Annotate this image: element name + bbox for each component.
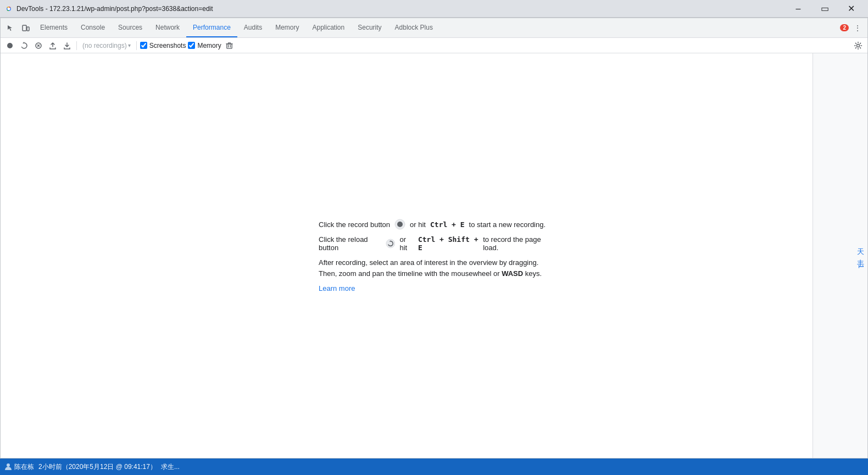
svg-marker-5 [23,42,24,43]
svg-rect-3 [27,27,29,31]
download-button[interactable] [61,40,73,52]
chevron-down-icon: ▾ [128,42,131,48]
memory-label: Memory [197,42,221,49]
tab-adblock[interactable]: Adblock Plus [388,18,439,37]
record-instruction-or: or hit [410,220,426,229]
desc-line2: Then, zoom and pan the timeline with the… [319,269,500,278]
toolbar-divider-1 [76,41,77,50]
maximize-button[interactable]: ▭ [812,0,837,18]
svg-rect-9 [227,44,232,48]
settings-button[interactable] [852,40,864,52]
reload-shortcut: Ctrl + Shift + E [418,235,478,252]
gear-icon [854,41,863,50]
desc-keys: keys. [525,269,542,278]
download-icon [63,42,71,49]
tab-items: Elements Console Sources Network Perform… [34,18,840,37]
stop-icon [35,42,42,49]
more-tabs-button[interactable]: ⋮ [850,20,865,36]
window-title: DevTools - 172.23.1.21/wp-admin/post.php… [16,5,786,13]
tab-console[interactable]: Console [74,18,112,37]
description-text: After recording, select an area of inter… [319,257,549,279]
recordings-dropdown[interactable]: (no recordings) ▾ [80,41,133,51]
instructions-panel: Click the record button or hit Ctrl + E … [319,219,549,292]
tab-audits[interactable]: Audits [237,18,269,37]
stop-button[interactable] [32,40,44,52]
record-instruction-suffix: to start a new recording. [469,220,546,229]
screenshots-checkbox[interactable] [140,42,147,49]
svg-rect-2 [23,25,26,31]
svg-point-4 [7,43,13,48]
tab-network[interactable]: Network [149,18,186,37]
reload-instruction-prefix: Click the reload button [319,235,381,252]
tab-performance[interactable]: Performance [186,18,237,37]
reload-instruction: Click the reload button or hit Ctrl + Sh… [319,235,549,252]
toolbar-divider-2 [136,41,137,50]
select-element-button[interactable] [3,20,18,36]
taskbar-user: 陈在栋 [14,462,34,472]
screenshots-checkbox-label[interactable]: Screenshots [140,42,186,49]
svg-point-17 [7,463,10,467]
trash-icon [226,42,233,49]
tab-sources[interactable]: Sources [112,18,149,37]
upload-icon [49,42,57,49]
taskbar-item-3: 求生... [161,462,180,472]
learn-more-link[interactable]: Learn more [319,284,549,292]
record-instruction: Click the record button or hit Ctrl + E … [319,219,549,230]
desc-line1: After recording, select an area of inter… [319,258,538,267]
tab-security[interactable]: Security [351,18,388,37]
screenshots-label: Screenshots [149,42,186,49]
window-controls: – ▭ ✕ [786,0,864,18]
svg-point-14 [397,222,403,227]
right-panel: 天 丰 1 [813,53,867,458]
reload-button-icon [386,238,396,249]
reload-instruction-or: or hit [399,235,413,252]
minimize-button[interactable]: – [786,0,811,18]
tab-memory[interactable]: Memory [269,18,305,37]
window-chrome: DevTools - 172.23.1.21/wp-admin/post.php… [0,0,868,18]
clear-button[interactable] [224,40,236,52]
reload-record-icon [20,42,28,49]
desc-wasd: WASD [502,269,523,278]
error-badge: 2 [840,24,849,31]
device-toggle-button[interactable] [18,20,34,36]
tab-end: 2 ⋮ [840,20,865,36]
svg-point-1 [8,7,10,10]
taskbar-item-2: 2小时前（2020年5月12日 @ 09:41:17） [38,462,157,472]
memory-checkbox-label[interactable]: Memory [188,42,221,49]
record-icon [6,42,14,49]
reload-record-button[interactable] [18,40,30,52]
tab-elements[interactable]: Elements [34,18,74,37]
chrome-icon [4,4,13,13]
close-button[interactable]: ✕ [838,0,864,18]
record-button-icon [394,219,405,230]
tab-application[interactable]: Application [306,18,352,37]
right-panel-link-3[interactable]: 1 [857,264,865,268]
svg-point-12 [857,44,860,47]
upload-button[interactable] [47,40,59,52]
tab-bar: Elements Console Sources Network Perform… [1,18,867,38]
performance-toolbar: (no recordings) ▾ Screenshots Memory [1,38,867,53]
recordings-value: (no recordings) [82,42,127,49]
devtools-panel: Elements Console Sources Network Perform… [0,18,868,459]
cursor-icon [7,24,14,32]
device-icon [22,24,30,32]
taskbar-item-1: 陈在栋 [4,462,34,472]
record-instruction-prefix: Click the record button [319,220,390,229]
taskbar-icon [4,463,12,471]
taskbar: 陈在栋 2小时前（2020年5月12日 @ 09:41:17） 求生... [0,459,868,475]
main-content: Click the record button or hit Ctrl + E … [1,53,867,458]
record-button[interactable] [4,40,16,52]
reload-instruction-suffix: to record the page load. [483,235,549,252]
memory-checkbox[interactable] [188,42,195,49]
record-shortcut: Ctrl + E [430,220,465,229]
